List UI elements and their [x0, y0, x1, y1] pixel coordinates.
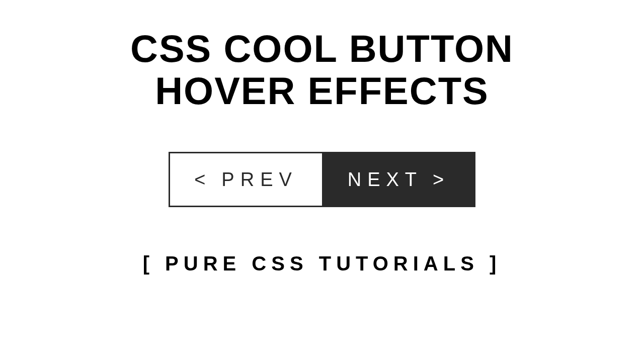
next-button[interactable]: NEXT >	[322, 152, 475, 207]
prev-button-label: PREV	[221, 169, 297, 191]
main-title: CSS COOL BUTTON HOVER EFFECTS	[130, 28, 514, 112]
chevron-right-icon: >	[433, 169, 450, 191]
prev-button[interactable]: < PREV	[169, 152, 322, 207]
title-line-1: CSS COOL BUTTON	[130, 28, 514, 70]
next-button-label: NEXT	[348, 169, 423, 191]
subtitle: [ PURE CSS TUTORIALS ]	[143, 252, 502, 275]
title-line-2: HOVER EFFECTS	[130, 70, 514, 112]
button-group: < PREV NEXT >	[169, 152, 475, 207]
chevron-left-icon: <	[194, 169, 211, 191]
